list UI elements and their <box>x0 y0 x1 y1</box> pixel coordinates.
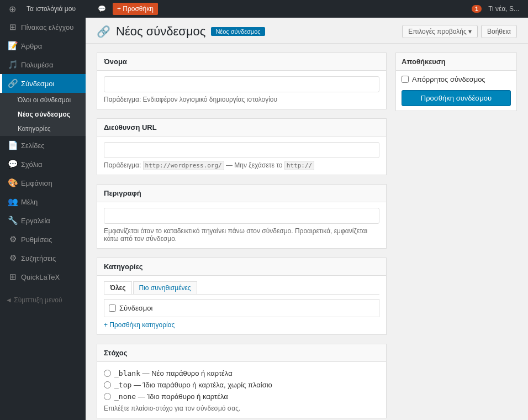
url-hint: Παράδειγμα: http://wordpress.org/ — Μην … <box>104 161 379 169</box>
searches-icon: ⚙ <box>8 253 18 263</box>
sidebar-item-label: Ρυθμίσεις <box>21 235 52 244</box>
target-top-label: _top — Ίδιο παράθυρο ή καρτέλα, χωρίς πλ… <box>114 381 272 389</box>
quicklatex-icon: ⊞ <box>8 272 18 282</box>
sidebar-item-label: Σελίδες <box>21 141 45 150</box>
add-new-link[interactable]: + Προσθήκη <box>113 3 158 15</box>
desc-section: Περιγραφή Εμφανίζεται όταν το καταδεικτι… <box>97 184 387 249</box>
target-blank-desc: — Νέο παράθυρο ή καρτέλα <box>142 369 233 377</box>
side-column: Αποθήκευση Απόρρητος σύνδεσμος Προσθήκη … <box>395 53 517 420</box>
target-blank-radio[interactable] <box>104 370 111 377</box>
target-none-desc: — Ίδιο παράθυρο ή καρτέλα <box>138 392 228 401</box>
sidebar-item-comments[interactable]: 💬 Σχόλια <box>0 155 86 174</box>
sidebar-item-pages[interactable]: 📄 Σελίδες <box>0 136 86 155</box>
desc-section-title: Περιγραφή <box>97 185 386 202</box>
target-section: Στόχος _blank — Νέο παράθυρο ή καρτέλα <box>97 344 387 418</box>
name-hint: Παράδειγμα: Ενδιαφέρον λογισμικό δημιουρ… <box>104 96 379 103</box>
desc-section-body: Εμφανίζεται όταν το καταδεικτικό πηγαίνε… <box>97 202 386 248</box>
sidebar-item-quicklatex[interactable]: ⊞ QuickLaTeX <box>0 267 86 286</box>
url-input[interactable] <box>104 142 379 158</box>
tools-icon: 🔧 <box>8 216 18 225</box>
page-title-area: 🔗 Νέος σύνδεσμος Νέος σύνδεσμος <box>97 24 265 39</box>
categories-section-body: Όλες Πιο συνηθισμένες Σύνδεσμοι + Προσθή… <box>97 276 386 334</box>
links-icon: 🔗 <box>8 78 18 88</box>
name-input[interactable] <box>104 76 379 92</box>
submenu-all-links[interactable]: Όλοι οι σύνδεσμοι <box>0 93 86 107</box>
category-tab-all[interactable]: Όλες <box>104 281 132 294</box>
url-section-title: Διεύθυνση URL <box>97 119 386 136</box>
notification-count[interactable]: 1 <box>472 5 482 13</box>
url-section: Διεύθυνση URL Παράδειγμα: http://wordpre… <box>97 118 387 175</box>
content-area: Όνομα Παράδειγμα: Ενδιαφέρον λογισμικό δ… <box>86 44 528 420</box>
dashboard-icon: ⊞ <box>8 22 18 32</box>
target-top-radio[interactable] <box>104 381 111 389</box>
add-category-link[interactable]: + Προσθήκη κατηγορίας <box>104 321 175 329</box>
url-section-body: Παράδειγμα: http://wordpress.org/ — Μην … <box>97 136 386 175</box>
appearance-icon: 🎨 <box>8 178 18 188</box>
save-box: Αποθήκευση Απόρρητος σύνδεσμος Προσθήκη … <box>395 53 517 111</box>
target-none-option[interactable]: _none — Ίδιο παράθυρο ή καρτέλα <box>104 391 379 402</box>
articles-icon: 📝 <box>8 41 18 51</box>
categories-section-title: Κατηγορίες <box>97 258 386 276</box>
category-checkbox-input[interactable] <box>109 305 116 312</box>
sidebar-submenu-links: Όλοι οι σύνδεσμοι Νέος σύνδεσμος Κατηγορ… <box>0 93 86 136</box>
sidebar-item-articles[interactable]: 📝 Άρθρα <box>0 36 86 55</box>
admin-bar: ⊕ Τα ιστολόγιά μου 💬 + Προσθήκη 1 Τι νέα… <box>0 0 528 18</box>
main-column: Όνομα Παράδειγμα: Ενδιαφέρον λογισμικό δ… <box>97 53 387 420</box>
sidebar-item-searches[interactable]: ⚙ Συζητήσεις <box>0 249 86 267</box>
sidebar-collapse-btn[interactable]: ◄ Σύμπτυξη μενού <box>0 291 86 309</box>
sidebar-item-label: Πολυμέσα <box>21 61 54 69</box>
submenu-categories[interactable]: Κατηγορίες <box>0 122 86 136</box>
target-top-option[interactable]: _top — Ίδιο παράθυρο ή καρτέλα, χωρίς πλ… <box>104 379 379 391</box>
sidebar-item-links[interactable]: 🔗 Σύνδεσμοι <box>0 74 86 93</box>
name-section: Όνομα Παράδειγμα: Ενδιαφέρον λογισμικό δ… <box>97 53 387 109</box>
sidebar-item-tools[interactable]: 🔧 Εργαλεία <box>0 211 86 230</box>
sidebar-item-dashboard[interactable]: ⊞ Πίνακας ελέγχου <box>0 18 86 36</box>
site-name-link[interactable] <box>82 7 91 11</box>
private-link-label[interactable]: Απόρρητος σύνδεσμος <box>402 75 511 83</box>
help-button[interactable]: Βοήθεια <box>481 25 517 38</box>
target-none-radio[interactable] <box>104 393 111 400</box>
target-blank-option[interactable]: _blank — Νέο παράθυρο ή καρτέλα <box>104 368 379 379</box>
desc-hint: Εμφανίζεται όταν το καταδεικτικό πηγαίνε… <box>104 227 379 243</box>
name-hint-text: Παράδειγμα: Ενδιαφέρον λογισμικό δημιουρ… <box>104 96 277 103</box>
settings-icon: ⚙ <box>8 234 18 244</box>
multimedia-icon: 🎵 <box>8 60 18 70</box>
sidebar: ⊞ Πίνακας ελέγχου 📝 Άρθρα 🎵 Πολυμέσα 🔗 Σ… <box>0 18 86 420</box>
target-hint: Επιλέξτε πλαίσιο-στόχο για τον σύνδεσμό … <box>104 405 379 412</box>
sidebar-item-label: Εμφάνιση <box>21 179 52 187</box>
wp-logo[interactable]: ⊕ <box>4 1 20 17</box>
name-section-body: Παράδειγμα: Ενδιαφέρον λογισμικό δημιουρ… <box>97 71 386 109</box>
sidebar-item-settings[interactable]: ⚙ Ρυθμίσεις <box>0 230 86 249</box>
view-options-button[interactable]: Επιλογές προβολής ▾ <box>402 25 478 38</box>
sidebar-item-label: Μέλη <box>21 198 38 206</box>
sidebar-item-label: QuickLaTeX <box>21 273 60 281</box>
private-link-text: Απόρρητος σύνδεσμος <box>412 75 485 83</box>
sidebar-item-multimedia[interactable]: 🎵 Πολυμέσα <box>0 55 86 74</box>
comments-link[interactable]: 💬 <box>93 3 110 15</box>
pages-icon: 📄 <box>8 140 18 150</box>
name-section-title: Όνομα <box>97 53 386 71</box>
target-blank-code: _blank <box>114 369 140 377</box>
target-none-label: _none — Ίδιο παράθυρο ή καρτέλα <box>114 392 228 401</box>
desc-input[interactable] <box>104 208 379 224</box>
categories-section: Κατηγορίες Όλες Πιο συνηθισμένες Σύνδεσμ… <box>97 258 387 335</box>
sidebar-item-label: Σχόλια <box>21 160 42 169</box>
target-section-body: _blank — Νέο παράθυρο ή καρτέλα _top — Ί… <box>97 362 386 418</box>
main-content: 🔗 Νέος σύνδεσμος Νέος σύνδεσμος Επιλογές… <box>86 18 528 420</box>
category-tab-common[interactable]: Πιο συνηθισμένες <box>133 281 197 294</box>
add-link-button[interactable]: Προσθήκη συνδέσμου <box>402 90 511 106</box>
private-link-checkbox[interactable] <box>402 76 409 83</box>
page-title-badge[interactable]: Νέος σύνδεσμος <box>211 27 265 36</box>
my-blogs-link[interactable]: Τα ιστολόγιά μου <box>22 3 80 15</box>
category-checkbox-links[interactable]: Σύνδεσμοι <box>109 303 374 313</box>
url-hint-middle: — Μην ξεχάσετε το <box>226 161 282 169</box>
whats-new-link[interactable]: Τι νέα, S... <box>484 3 524 15</box>
page-header-actions: Επιλογές προβολής ▾ Βοήθεια <box>402 25 517 38</box>
target-section-title: Στόχος <box>97 344 386 362</box>
sidebar-item-members[interactable]: 👥 Μέλη <box>0 192 86 211</box>
sidebar-item-appearance[interactable]: 🎨 Εμφάνιση <box>0 174 86 192</box>
target-top-code: _top <box>114 381 131 389</box>
save-box-body: Απόρρητος σύνδεσμος Προσθήκη συνδέσμου <box>396 71 516 111</box>
comments-sidebar-icon: 💬 <box>8 159 18 169</box>
submenu-new-link[interactable]: Νέος σύνδεσμος <box>0 107 86 122</box>
